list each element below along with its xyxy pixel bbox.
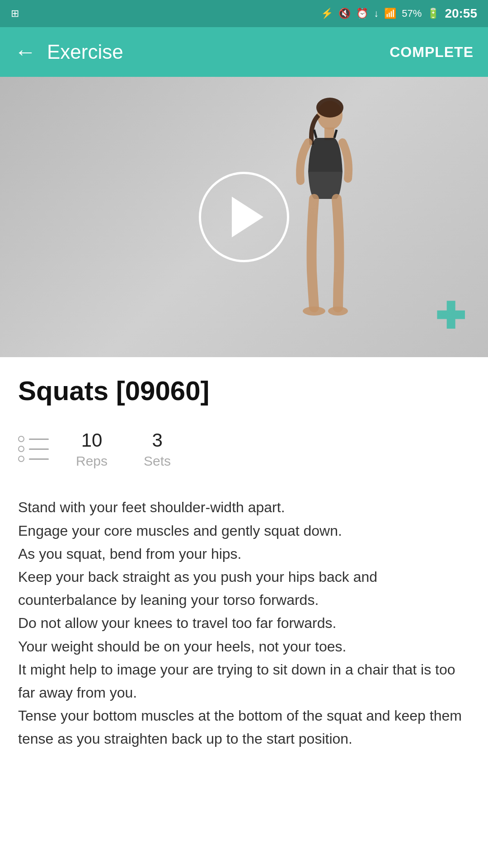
stats-row: 10 Reps 3 Sets: [18, 429, 470, 469]
sets-value: 3: [152, 429, 162, 452]
status-bar: ⊞ ⚡ 🔇 ⏰ ↓ 📶 57% 🔋 20:55: [0, 0, 488, 27]
alarm-icon: ⏰: [356, 8, 368, 19]
list-dash-2: [29, 448, 49, 450]
svg-line-4: [334, 130, 337, 138]
svg-point-5: [303, 307, 325, 316]
list-line-3: [18, 456, 49, 462]
plus-icon: ✚: [435, 296, 465, 336]
reps-stat: 10 Reps: [76, 429, 108, 469]
battery-percent: 57%: [402, 8, 422, 19]
page-title: Exercise: [47, 41, 123, 63]
content-area: Squats [09060] 10 Reps 3 Sets: [0, 357, 488, 778]
list-dash-1: [29, 439, 49, 440]
svg-point-1: [316, 98, 343, 118]
back-button[interactable]: ←: [14, 41, 36, 63]
list-circle-1: [18, 436, 24, 442]
list-circle-3: [18, 456, 24, 462]
list-dash-3: [29, 458, 49, 460]
exercise-description: Stand with your feet shoulder-width apar…: [18, 496, 470, 750]
list-circle-2: [18, 446, 24, 452]
play-button[interactable]: [199, 172, 289, 262]
description-text: Stand with your feet shoulder-width apar…: [18, 499, 462, 747]
exercise-title: Squats [09060]: [18, 375, 470, 406]
play-icon: [232, 197, 263, 237]
sets-stat: 3 Sets: [144, 429, 171, 469]
reps-label: Reps: [76, 453, 108, 469]
bluetooth-icon: ⚡: [321, 8, 333, 19]
signal-icon: 📶: [384, 8, 396, 19]
battery-icon: 🔋: [427, 8, 439, 19]
sets-label: Sets: [144, 453, 171, 469]
list-icon: [18, 436, 49, 462]
screenshot-icon: ⊞: [11, 8, 19, 19]
complete-button[interactable]: COMPLETE: [389, 44, 474, 61]
download-icon: ↓: [374, 8, 379, 19]
svg-point-6: [328, 307, 348, 316]
status-time: 20:55: [445, 6, 477, 21]
add-to-workout-button[interactable]: ✚: [435, 298, 465, 335]
reps-value: 10: [81, 429, 103, 452]
list-line-2: [18, 446, 49, 452]
app-bar: ← Exercise COMPLETE: [0, 27, 488, 77]
status-bar-left: ⊞: [11, 8, 19, 19]
app-bar-left: ← Exercise: [14, 41, 123, 63]
status-bar-right: ⚡ 🔇 ⏰ ↓ 📶 57% 🔋 20:55: [321, 6, 477, 21]
list-line-1: [18, 436, 49, 442]
mute-icon: 🔇: [338, 8, 351, 19]
svg-line-3: [314, 130, 316, 138]
video-container[interactable]: ✚: [0, 77, 488, 357]
